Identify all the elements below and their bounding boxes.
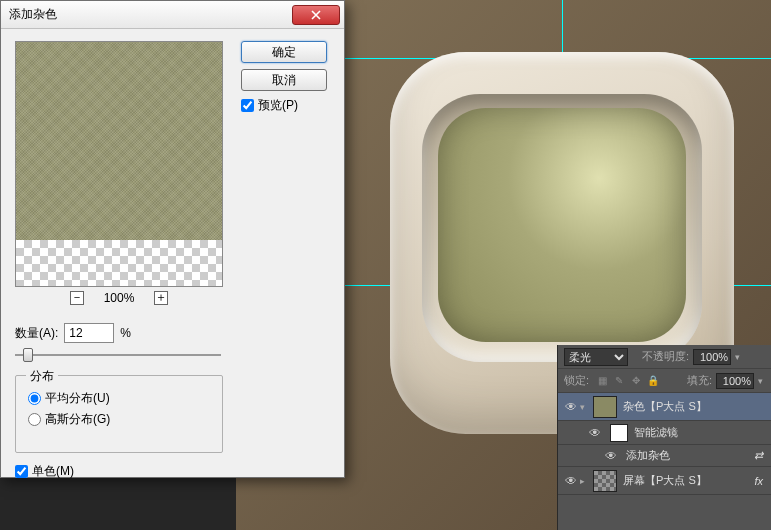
layer-item[interactable]: 👁 智能滤镜: [558, 421, 771, 445]
blend-mode-select[interactable]: 柔光: [564, 348, 628, 366]
amount-label: 数量(A):: [15, 325, 58, 342]
fill-label: 填充:: [687, 373, 712, 388]
preview-image[interactable]: [15, 41, 223, 287]
monochrome-checkbox[interactable]: [15, 465, 28, 478]
amount-slider[interactable]: [15, 347, 221, 363]
layer-item[interactable]: 👁 ▾ 杂色【P大点 S】: [558, 393, 771, 421]
distribution-group: 分布 平均分布(U) 高斯分布(G): [15, 375, 223, 453]
layer-thumbnail[interactable]: [593, 470, 617, 492]
preview-transparent-area: [16, 240, 222, 286]
layer-name[interactable]: 屏幕【P大点 S】: [623, 473, 707, 488]
filter-name[interactable]: 添加杂色: [626, 448, 670, 463]
fill-value[interactable]: 100%: [716, 373, 754, 389]
visibility-toggle-icon[interactable]: 👁: [562, 474, 580, 488]
zoom-in-button[interactable]: ＋: [154, 291, 168, 305]
lock-transparency-icon[interactable]: ▦: [595, 374, 609, 388]
layer-fx-label[interactable]: fx: [754, 475, 767, 487]
artwork-icon-screen: [438, 108, 686, 342]
gaussian-label: 高斯分布(G): [45, 411, 110, 428]
distribution-legend: 分布: [26, 368, 58, 385]
opacity-value[interactable]: 100%: [693, 349, 731, 365]
chevron-down-icon[interactable]: ▾: [735, 352, 740, 362]
dialog-titlebar[interactable]: 添加杂色: [1, 1, 344, 29]
dialog-title: 添加杂色: [9, 6, 57, 23]
visibility-toggle-icon[interactable]: 👁: [586, 426, 604, 440]
opacity-label: 不透明度:: [642, 349, 689, 364]
layer-item[interactable]: 👁 ▸ 屏幕【P大点 S】 fx: [558, 467, 771, 495]
slider-track: [15, 354, 221, 356]
lock-label: 锁定:: [564, 373, 589, 388]
zoom-level: 100%: [104, 291, 135, 305]
visibility-toggle-icon[interactable]: 👁: [562, 400, 580, 414]
add-noise-dialog: 添加杂色 － 100% ＋ 确定 取消 预览(P) 数量(A): %: [0, 0, 345, 478]
zoom-out-button[interactable]: －: [70, 291, 84, 305]
layers-panel: 柔光 不透明度: 100% ▾ 锁定: ▦ ✎ ✥ 🔒 填充: 100% ▾ 👁…: [557, 345, 771, 530]
uniform-radio[interactable]: [28, 392, 41, 405]
preview-noise-area: [16, 42, 222, 240]
layer-thumbnail[interactable]: [593, 396, 617, 418]
monochrome-label: 单色(M): [32, 463, 74, 480]
amount-unit: %: [120, 326, 131, 340]
lock-pixels-icon[interactable]: ✎: [612, 374, 626, 388]
layer-name[interactable]: 杂色【P大点 S】: [623, 399, 707, 414]
visibility-toggle-icon[interactable]: 👁: [602, 449, 620, 463]
smart-filter-mask[interactable]: [610, 424, 628, 442]
preview-checkbox-label: 预览(P): [258, 97, 298, 114]
filter-blend-icon[interactable]: ⇄: [754, 449, 767, 462]
layer-name: 智能滤镜: [634, 425, 678, 440]
slider-thumb[interactable]: [23, 348, 33, 362]
expand-icon[interactable]: ▸: [580, 476, 585, 486]
cancel-button[interactable]: 取消: [241, 69, 327, 91]
lock-position-icon[interactable]: ✥: [629, 374, 643, 388]
expand-icon[interactable]: ▾: [580, 402, 585, 412]
lock-all-icon[interactable]: 🔒: [646, 374, 660, 388]
uniform-label: 平均分布(U): [45, 390, 110, 407]
chevron-down-icon[interactable]: ▾: [758, 376, 763, 386]
preview-checkbox[interactable]: [241, 99, 254, 112]
amount-input[interactable]: [64, 323, 114, 343]
ok-button[interactable]: 确定: [241, 41, 327, 63]
gaussian-radio[interactable]: [28, 413, 41, 426]
close-button[interactable]: [292, 5, 340, 25]
layer-item[interactable]: 👁 添加杂色 ⇄: [558, 445, 771, 467]
